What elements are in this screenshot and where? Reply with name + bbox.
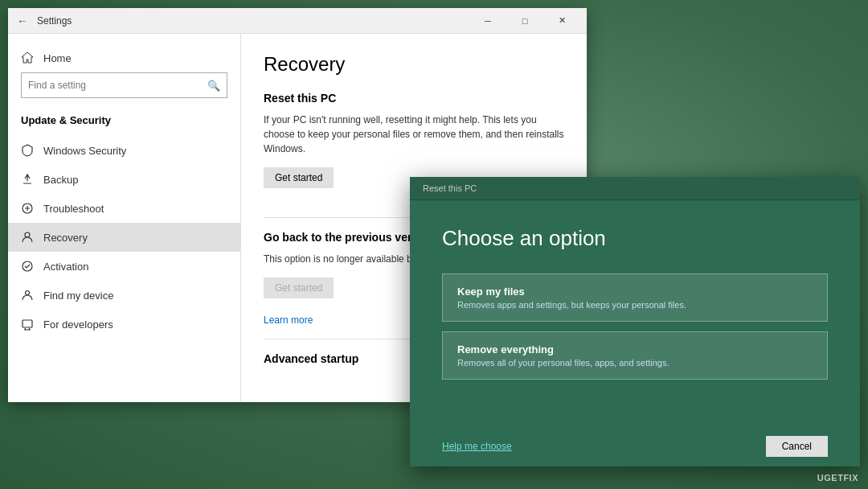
recovery-icon <box>21 231 34 244</box>
sidebar: Home 🔍 Update & Security Windows Securit… <box>8 34 241 402</box>
activation-icon <box>21 260 34 273</box>
sidebar-item-label: Windows Security <box>43 145 126 157</box>
remove-everything-desc: Removes all of your personal files, apps… <box>457 358 813 368</box>
cancel-button[interactable]: Cancel <box>766 436 828 457</box>
window-title: Settings <box>37 15 469 27</box>
keep-files-title: Keep my files <box>457 286 813 298</box>
svg-point-3 <box>26 291 30 295</box>
keep-files-desc: Removes apps and settings, but keeps you… <box>457 300 813 310</box>
shield-icon <box>21 144 34 157</box>
svg-rect-4 <box>23 320 32 327</box>
svg-point-1 <box>25 232 30 237</box>
minimize-button[interactable]: ─ <box>469 8 506 34</box>
sidebar-item-windows-security[interactable]: Windows Security <box>8 136 240 165</box>
sidebar-item-find-my-device[interactable]: Find my device <box>8 281 240 310</box>
sidebar-item-label: Activation <box>43 261 88 273</box>
sidebar-item-label: Backup <box>43 174 78 186</box>
reset-pc-description: If your PC isn't running well, resetting… <box>264 113 564 156</box>
sidebar-section-title: Update & Security <box>8 108 240 133</box>
reset-dialog-header: Reset this PC <box>410 177 860 200</box>
home-icon <box>21 51 34 64</box>
maximize-button[interactable]: □ <box>506 8 543 34</box>
svg-point-2 <box>23 261 32 271</box>
troubleshoot-icon <box>21 202 34 215</box>
reset-dialog-title: Choose an option <box>442 226 828 251</box>
sidebar-item-backup[interactable]: Backup <box>8 165 240 194</box>
go-back-get-started-button[interactable]: Get started <box>264 277 334 298</box>
developer-icon <box>21 318 34 331</box>
reset-get-started-button[interactable]: Get started <box>264 167 334 188</box>
sidebar-item-home[interactable]: Home <box>8 43 240 72</box>
watermark: UGETFIX <box>817 473 858 483</box>
reset-dialog-body: Choose an option Keep my files Removes a… <box>410 200 860 426</box>
page-title: Recovery <box>264 53 564 76</box>
keep-files-option[interactable]: Keep my files Removes apps and settings,… <box>442 273 828 322</box>
close-button[interactable]: ✕ <box>543 8 580 34</box>
back-button[interactable]: ← <box>14 13 31 29</box>
reset-dialog: Reset this PC Choose an option Keep my f… <box>410 177 860 466</box>
title-bar: ← Settings ─ □ ✕ <box>8 8 587 34</box>
reset-dialog-footer: Help me choose Cancel <box>410 426 860 466</box>
sidebar-item-label: For developers <box>43 318 113 331</box>
help-me-choose-link[interactable]: Help me choose <box>442 441 512 452</box>
sidebar-item-activation[interactable]: Activation <box>8 252 240 281</box>
sidebar-item-for-developers[interactable]: For developers <box>8 310 240 339</box>
home-label: Home <box>43 52 72 64</box>
sidebar-item-label: Find my device <box>43 290 113 302</box>
backup-icon <box>21 173 34 186</box>
remove-everything-title: Remove everything <box>457 343 813 355</box>
sidebar-item-recovery[interactable]: Recovery <box>8 223 240 252</box>
sidebar-item-troubleshoot[interactable]: Troubleshoot <box>8 194 240 223</box>
sidebar-search-box[interactable]: 🔍 <box>21 72 227 98</box>
window-controls: ─ □ ✕ <box>469 8 580 34</box>
find-device-icon <box>21 289 34 302</box>
sidebar-item-label: Recovery <box>43 232 88 244</box>
reset-pc-heading: Reset this PC <box>264 92 564 105</box>
sidebar-item-label: Troubleshoot <box>43 203 104 215</box>
search-input[interactable] <box>28 80 207 91</box>
search-icon: 🔍 <box>207 80 220 92</box>
remove-everything-option[interactable]: Remove everything Removes all of your pe… <box>442 331 828 380</box>
